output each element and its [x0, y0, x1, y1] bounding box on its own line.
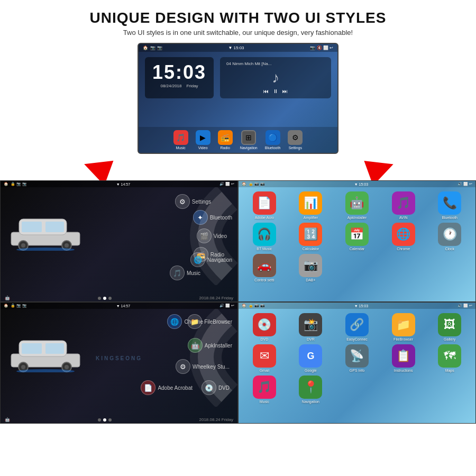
- svg-rect-3: [45, 222, 64, 232]
- app-row: 🎵 Music ▶ Video 📻 Radio ⊞ Navigation 🔵 B…: [139, 127, 337, 153]
- dot-2: [103, 297, 106, 300]
- dark-panel2-statusbar: 🏠 🔒 📷 📷 ▼ 14:57 🔊 ⬜ ↩: [1, 303, 237, 309]
- svg-point-5: [21, 243, 25, 248]
- app-easyconnect[interactable]: 🔗 EasyConnec: [335, 313, 379, 341]
- app-filebrowser[interactable]: 📁 FileBrowser: [382, 313, 425, 341]
- app-calendar[interactable]: 📅 Calendar: [335, 223, 379, 251]
- app-gallery[interactable]: 🖼 Gallery: [428, 313, 471, 341]
- wheel2-container: KINGSEONG 🌐 Chro: [1, 309, 237, 407]
- app-dvd[interactable]: 💿 DVD: [243, 313, 286, 341]
- dot-3: [108, 297, 112, 300]
- statusbar-right: 📷 🔇 ⬜ ↩: [310, 45, 333, 50]
- panels-row-2: 🏠 🔒 📷 📷 ▼ 14:57 🔊 ⬜ ↩ KINGSEONG: [0, 302, 476, 424]
- top-screen-wrapper: 🏠 📷 📷 ▼ 15:03 📷 🔇 ⬜ ↩ 15:03 08/24/2018 F…: [0, 43, 476, 154]
- svg-point-14: [21, 365, 25, 369]
- app-gpsinfo[interactable]: 📡 GPS Info: [335, 344, 379, 372]
- app-avin[interactable]: 🎵 AVIN: [382, 191, 425, 219]
- light2-status-time: ▼ 15:03: [354, 304, 368, 308]
- app-nav-icon[interactable]: ⊞ Navigation: [240, 130, 258, 150]
- dark-status-right: 🔊 ⬜ ↩: [219, 182, 234, 186]
- music-widget: 04 Nimm Mich Mit [Na... ♪ ⏮ ⏸ ⏭: [220, 57, 331, 98]
- dot2-3: [108, 418, 112, 422]
- android-icon: 🤖: [5, 296, 10, 300]
- dot2-2: [103, 418, 106, 422]
- play-button[interactable]: ⏸: [273, 88, 278, 94]
- dark-status-time: ▼ 14:57: [116, 182, 130, 186]
- light2-statusbar: 🏠 🔒 📷 📷 ▼ 15:03 🔊 ⬜ ↩: [239, 303, 475, 309]
- app-radio[interactable]: 📻 Radio: [218, 130, 233, 150]
- light-statusbar: 🏠 🔒 📷 📷 ▼ 15:03 🔊 ⬜ ↩: [239, 181, 475, 187]
- app-google[interactable]: G Google: [289, 344, 333, 372]
- light2-status-left: 🏠 🔒 📷 📷: [242, 304, 265, 308]
- date-footer: 2018.08.24 Friday: [199, 296, 234, 300]
- dark-panel-statusbar: 🏠 🔒 📷 📷 ▼ 14:57 🔊 ⬜ ↩: [1, 181, 237, 187]
- app-clock[interactable]: 🕐 Clock: [428, 223, 471, 251]
- light-status-left: 🏠 🔒 📷 📷: [242, 182, 265, 186]
- dots2-indicator: [98, 418, 112, 422]
- android2-icon: 🤖: [5, 417, 10, 422]
- svg-rect-12: [45, 343, 64, 354]
- dot-1: [98, 297, 101, 300]
- app-instructions[interactable]: 📋 Instructions: [382, 344, 425, 372]
- app-settings[interactable]: ⚙ Settings: [288, 130, 303, 150]
- app-btmusic[interactable]: 🎧 BT Music: [243, 223, 286, 251]
- app-dab[interactable]: 📷 DAB+: [289, 254, 333, 282]
- light-panel-bottom: 🏠 🔒 📷 📷 ▼ 15:03 🔊 ⬜ ↩ 💿 DVD 📸 DVR 🔗 Easy…: [238, 302, 476, 424]
- dark-panel-footer: 🤖 2018.08.24 Friday: [1, 295, 237, 301]
- app-video[interactable]: ▶ Video: [196, 130, 210, 150]
- clock-time: 15:03: [152, 61, 206, 84]
- dark-panel-bottom: 🏠 🔒 📷 📷 ▼ 14:57 🔊 ⬜ ↩ KINGSEONG: [0, 302, 238, 424]
- dark2-status-time: ▼ 14:57: [116, 304, 130, 308]
- page-subtitle: Two UI styles is in one unit switchable,…: [5, 29, 471, 36]
- app-control-settings[interactable]: 🚗 Control setti: [243, 254, 286, 282]
- statusbar-time: ▼ 15:03: [228, 45, 244, 50]
- arc2-decoration: [132, 309, 237, 407]
- app-amplifier[interactable]: 📊 Amplifier: [289, 191, 333, 219]
- music-note-icon: ♪: [226, 69, 325, 86]
- panels-row-1: 🏠 🔒 📷 📷 ▼ 14:57 🔊 ⬜ ↩: [0, 180, 476, 302]
- clock-widget: 15:03 08/24/2018 Friday: [145, 57, 214, 98]
- app-navigation[interactable]: 📍 Navigation: [289, 376, 333, 404]
- app-apkinstaller[interactable]: 🤖 ApkInstaller: [335, 191, 379, 219]
- dot2-1: [98, 418, 101, 422]
- light-status-time: ▼ 15:03: [354, 182, 368, 186]
- music-controls: ⏮ ⏸ ⏭: [226, 88, 325, 94]
- dark2-status-right: 🔊 ⬜ ↩: [219, 304, 234, 308]
- app-calculator[interactable]: 🔢 Calculator: [289, 223, 333, 251]
- top-screen-content: 15:03 08/24/2018 Friday 04 Nimm Mich Mit…: [139, 52, 337, 104]
- svg-point-7: [65, 243, 69, 248]
- light-status-right: 🔊 ⬜ ↩: [457, 182, 472, 186]
- top-screen: 🏠 📷 📷 ▼ 15:03 📷 🔇 ⬜ ↩ 15:03 08/24/2018 F…: [138, 43, 338, 154]
- app-adobe-acro[interactable]: 📄 Adobe Acro: [243, 191, 286, 219]
- page-title: UNIQUE DESIGN WITH TWO UI STYLES: [5, 10, 471, 26]
- dark-panel-top: 🏠 🔒 📷 📷 ▼ 14:57 🔊 ⬜ ↩: [0, 180, 238, 302]
- dark-status-left: 🏠 🔒 📷 📷: [4, 182, 27, 186]
- svg-point-16: [65, 365, 69, 369]
- app-gmail[interactable]: ✉ Gmail: [243, 344, 286, 372]
- app-grid-bottom: 💿 DVD 📸 DVR 🔗 EasyConnec 📁 FileBrowser 🖼…: [239, 309, 475, 408]
- date2-footer: 2018.08.24 Friday: [199, 417, 234, 422]
- top-statusbar: 🏠 📷 📷 ▼ 15:03 📷 🔇 ⬜ ↩: [139, 44, 337, 52]
- statusbar-left: 🏠 📷 📷: [143, 45, 162, 50]
- prev-button[interactable]: ⏮: [263, 88, 269, 94]
- dark2-status-left: 🏠 🔒 📷 📷: [4, 304, 27, 308]
- svg-rect-11: [22, 343, 42, 354]
- app-bluetooth[interactable]: 🔵 Bluetooth: [265, 130, 281, 150]
- light2-status-right: 🔊 ⬜ ↩: [457, 304, 472, 308]
- arc-decoration: [132, 187, 237, 285]
- app-dvr[interactable]: 📸 DVR: [289, 313, 333, 341]
- clock-date: 08/24/2018 Friday: [152, 84, 206, 88]
- dots-indicator: [98, 297, 112, 300]
- next-button[interactable]: ⏭: [282, 88, 288, 94]
- car2-silhouette: [8, 335, 83, 374]
- app-bluetooth-grid[interactable]: 📞 Bluetooth: [428, 191, 471, 219]
- wheel-container: ⚙ Settings ✦ Bluetooth 🎬 Video 📻 Radio 🎵: [1, 187, 237, 285]
- app-music[interactable]: 🎵 Music: [173, 130, 188, 150]
- app-chrome[interactable]: 🌐 Chrome: [382, 223, 425, 251]
- header: UNIQUE DESIGN WITH TWO UI STYLES Two UI …: [0, 0, 476, 41]
- dark-panel2-footer: 🤖 2018.08.24 Friday: [1, 416, 237, 423]
- arrows-section: ◀ ▶: [0, 154, 476, 180]
- app-grid-top: 📄 Adobe Acro 📊 Amplifier 🤖 ApkInstaller …: [239, 187, 475, 286]
- app-music-grid[interactable]: 🎵 Music: [243, 376, 286, 404]
- app-maps[interactable]: 🗺 Maps: [428, 344, 471, 372]
